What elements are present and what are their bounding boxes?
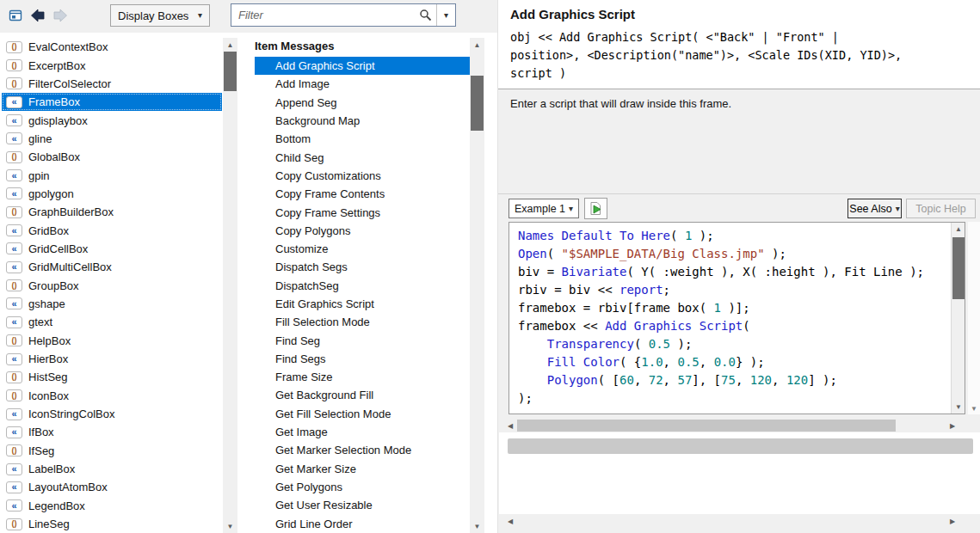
scroll-up-icon[interactable]: ▲ [470, 38, 484, 52]
item-message-row[interactable]: Get Fill Selection Mode [255, 405, 470, 423]
see-also-button[interactable]: See Also ▾ [847, 199, 902, 218]
scroll-right-icon[interactable]: ▶ [946, 419, 959, 432]
item-message-row[interactable]: Frame Size [255, 368, 470, 386]
item-message-row[interactable]: Append Seg [255, 94, 470, 112]
display-box-item[interactable]: «LabelBox [2, 460, 222, 478]
item-message-row[interactable]: Get Background Fill [255, 386, 470, 404]
display-box-item[interactable]: «gshape [2, 295, 222, 313]
code-horizontal-scrollbar[interactable]: ◀ ▶ [503, 419, 959, 432]
item-message-row[interactable]: Add Image [255, 75, 470, 93]
display-box-item[interactable]: «GridBox [2, 221, 222, 239]
display-box-item[interactable]: «gtext [2, 313, 222, 331]
home-icon [8, 8, 23, 23]
topic-help-button[interactable]: Topic Help [906, 199, 976, 218]
scroll-down-icon[interactable]: ▼ [968, 405, 980, 413]
display-box-item[interactable]: «IconStringColBox [2, 405, 222, 423]
display-box-item[interactable]: «HierBox [2, 350, 222, 368]
example-dropdown[interactable]: Example 1 ▾ [508, 199, 579, 218]
display-box-item[interactable]: «GridMultiCellBox [2, 258, 222, 276]
item-message-row[interactable]: Edit Graphics Script [255, 295, 470, 313]
filter-input[interactable] [231, 9, 414, 21]
display-box-item[interactable]: ()EvalContextBox [2, 38, 222, 56]
display-box-item[interactable]: ()IfSeg [2, 442, 222, 460]
item-message-row[interactable]: Get Polygons [255, 478, 470, 496]
scroll-down-icon[interactable]: ▼ [470, 519, 484, 533]
display-box-item[interactable]: ()LineSeg [2, 515, 222, 533]
item-message-row[interactable]: Customize [255, 240, 470, 258]
display-box-item[interactable]: «GridCellBox [2, 240, 222, 258]
display-box-item[interactable]: ()IconBox [2, 387, 222, 405]
item-message-row[interactable]: Grid Line Order [255, 514, 470, 532]
item-message-row[interactable]: Add Graphics Script [255, 57, 470, 75]
item-message-row[interactable]: Copy Customizations [255, 167, 470, 185]
item-message-label: Frame Size [275, 371, 332, 383]
item-message-row[interactable]: Get Marker Selection Mode [255, 441, 470, 459]
display-box-item[interactable]: «IfBox [2, 423, 222, 441]
scroll-down-icon[interactable]: ▼ [223, 519, 237, 533]
display-box-item[interactable]: «FrameBox [2, 93, 222, 111]
display-box-item[interactable]: «LegendBox [2, 497, 222, 515]
scrollbar-thumb[interactable] [471, 76, 484, 131]
filter-dropdown-button[interactable]: ▾ [436, 4, 455, 26]
display-box-item[interactable]: «gpolygon [2, 185, 222, 203]
detail-doc: Add Graphics Script obj << Add Graphics … [498, 0, 980, 89]
display-box-item[interactable]: ()HistSeg [2, 368, 222, 386]
category-dropdown[interactable]: Display Boxes ▾ [110, 4, 210, 27]
example-code-editor[interactable]: Names Default To Here( 1 );Open( "$SAMPL… [508, 222, 965, 414]
detail-scrollbar[interactable]: ▼ [968, 222, 980, 414]
item-message-row[interactable]: Bottom [255, 130, 470, 148]
scroll-up-icon[interactable]: ▲ [223, 38, 237, 52]
display-box-item[interactable]: ()ExcerptBox [2, 56, 222, 74]
code-text[interactable]: Names Default To Here( 1 );Open( "$SAMPL… [509, 223, 951, 414]
item-message-row[interactable]: Find Seg [255, 331, 470, 349]
pane-divider-bar[interactable] [508, 438, 973, 454]
item-message-row[interactable]: Find Segs [255, 350, 470, 368]
display-box-item[interactable]: ()GroupBox [2, 276, 222, 294]
scrollbar-thumb[interactable] [224, 52, 237, 91]
display-box-item[interactable]: ()GlobalBox [2, 148, 222, 166]
example-toolbar: Example 1 ▾ See Also ▾ Topic Help [498, 193, 980, 222]
item-message-row[interactable]: Copy Polygons [255, 222, 470, 240]
detail-title: Add Graphics Script [498, 0, 980, 21]
scroll-down-icon[interactable]: ▼ [952, 401, 965, 414]
item-message-row[interactable]: DispatchSeg [255, 277, 470, 295]
code-vertical-scrollbar[interactable]: ▲ ▼ [951, 223, 965, 414]
item-message-row[interactable]: Child Seg [255, 148, 470, 166]
item-message-row[interactable]: Copy Frame Contents [255, 185, 470, 203]
item-message-row[interactable]: Get Marker Size [255, 460, 470, 478]
code-line: Open( "$SAMPLE_DATA/Big Class.jmp" ); [518, 245, 951, 263]
display-box-item[interactable]: ()FilterColSelector [2, 75, 222, 93]
see-also-label: See Also [849, 203, 891, 215]
display-box-item[interactable]: «gpin [2, 166, 222, 184]
display-box-item[interactable]: «gline [2, 130, 222, 148]
scroll-up-icon[interactable]: ▲ [952, 223, 965, 236]
item-message-row[interactable]: Dispatch Segs [255, 258, 470, 276]
display-box-label: HistSeg [28, 371, 68, 383]
scrollbar-thumb[interactable] [517, 420, 896, 432]
syntax-line: script ) [510, 64, 902, 83]
run-example-button[interactable] [584, 198, 607, 219]
item-message-row[interactable]: Copy Frame Settings [255, 203, 470, 221]
display-box-item[interactable]: ()HelpBox [2, 332, 222, 350]
back-arrow-icon [30, 9, 46, 22]
back-button[interactable] [28, 5, 48, 26]
home-button[interactable] [5, 5, 26, 26]
display-box-item[interactable]: ()GraphBuilderBox [2, 203, 222, 221]
display-box-list-scrollbar[interactable]: ▲ ▼ [223, 38, 237, 533]
display-box-item[interactable]: «LayoutAtomBox [2, 478, 222, 496]
output-horizontal-scrollbar[interactable]: ◀ ▶ [503, 514, 959, 528]
item-message-row[interactable]: Fill Selection Mode [255, 313, 470, 331]
item-message-row[interactable]: Get User Resizable [255, 496, 470, 514]
item-messages-scrollbar[interactable]: ▲ ▼ [470, 38, 484, 533]
display-box-item[interactable]: «gdisplaybox [2, 111, 222, 129]
code-line: rbiv = biv << report; [518, 281, 951, 299]
item-message-label: Find Segs [275, 352, 326, 365]
function-box-icon: () [6, 444, 22, 456]
scroll-left-icon[interactable]: ◀ [503, 514, 517, 528]
scroll-right-icon[interactable]: ▶ [946, 514, 959, 528]
scrollbar-thumb[interactable] [952, 237, 965, 299]
forward-button[interactable] [50, 5, 71, 26]
item-message-row[interactable]: Get Image [255, 423, 470, 441]
item-message-row[interactable]: Background Map [255, 112, 470, 130]
scroll-left-icon[interactable]: ◀ [503, 419, 517, 432]
